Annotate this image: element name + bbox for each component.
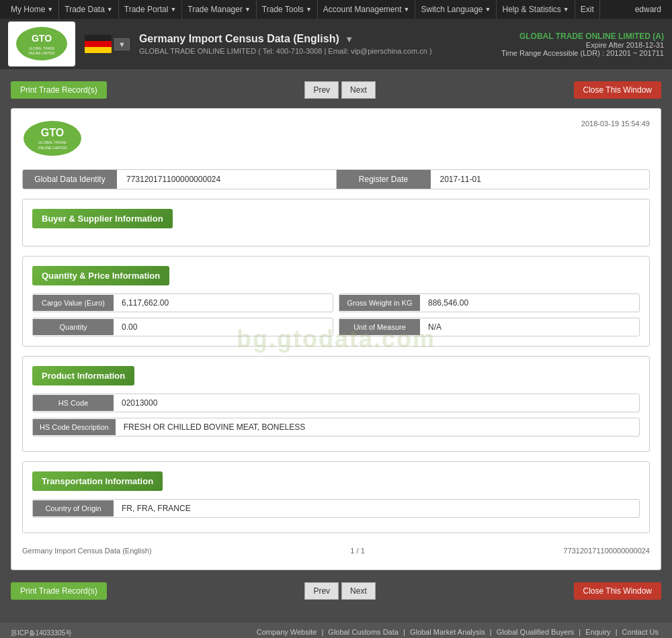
cargo-value-label: Cargo Value (Euro) — [33, 295, 114, 311]
footer-company-website[interactable]: Company Website — [257, 628, 317, 636]
next-button-top[interactable]: Next — [341, 81, 376, 99]
footer-links: Company Website | Global Customs Data | … — [254, 628, 661, 636]
nav-trade-portal[interactable]: Trade Portal ▼ — [119, 0, 183, 19]
footer-global-buyers[interactable]: Global Qualified Buyers — [497, 628, 575, 636]
svg-text:GTO: GTO — [41, 127, 64, 138]
footer-global-customs[interactable]: Global Customs Data — [328, 628, 398, 636]
cargo-value-value: 6,117,662.00 — [114, 294, 333, 312]
flag-dropdown-button[interactable]: ▼ — [114, 38, 130, 50]
cargo-value-row: Cargo Value (Euro) 6,117,662.00 — [32, 293, 333, 312]
svg-text:ONLINE LIMITED: ONLINE LIMITED — [38, 146, 67, 150]
register-date-label: Register Date — [337, 170, 431, 189]
hs-code-row: HS Code 02013000 — [32, 394, 640, 412]
hs-code-description-row: HS Code Description FRESH OR CHILLED BOV… — [32, 418, 640, 437]
bottom-action-bar: Print Trade Record(s) Prev Next Close Th… — [0, 577, 672, 605]
chevron-down-icon: ▼ — [404, 6, 410, 13]
product-header: Product Information — [32, 366, 134, 385]
nav-help-statistics[interactable]: Help & Statistics ▼ — [497, 0, 575, 19]
print-button-top[interactable]: Print Trade Record(s) — [11, 81, 107, 99]
prev-button-top[interactable]: Prev — [304, 81, 339, 99]
global-data-identity-label: Global Data Identity — [23, 170, 117, 189]
print-button-bottom[interactable]: Print Trade Record(s) — [11, 582, 107, 600]
nav-trade-data[interactable]: Trade Data ▼ — [59, 0, 119, 19]
nav-trade-manager[interactable]: Trade Manager ▼ — [182, 0, 257, 19]
transportation-section: Transportation Information Country of Or… — [22, 461, 650, 533]
record-timestamp: 2018-03-19 15:54:49 — [581, 120, 650, 128]
unit-of-measure-value: N/A — [420, 318, 639, 336]
card-footer: Germany Import Census Data (English) 1 /… — [22, 543, 650, 559]
record-header: GTO GLOBAL TRADE ONLINE LIMITED 2018-03-… — [22, 120, 650, 160]
gross-weight-label: Gross Weight in KG — [339, 295, 420, 311]
gross-weight-row: Gross Weight in KG 886,546.00 — [339, 293, 640, 312]
quantity-price-section: Quantity & Price Information Cargo Value… — [22, 256, 650, 347]
user-label: edward — [630, 5, 667, 14]
page-title: Germany Import Census Data (English) ▼ — [139, 33, 432, 45]
country-of-origin-value: FR, FRA, FRANCE — [114, 500, 639, 517]
country-of-origin-label: Country of Origin — [33, 500, 114, 516]
navigation-buttons-top: Prev Next — [304, 81, 375, 99]
nav-trade-tools[interactable]: Trade Tools ▼ — [257, 0, 318, 19]
record-logo-svg: GTO GLOBAL TRADE ONLINE LIMITED — [22, 120, 83, 160]
svg-text:GLOBAL TRADE: GLOBAL TRADE — [29, 46, 55, 50]
quantity-row: Quantity 0.00 — [32, 318, 333, 336]
site-footer: 苏ICP备14033305号 Company Website | Global … — [0, 623, 672, 638]
close-button-top[interactable]: Close This Window — [574, 81, 661, 99]
header-right: GLOBAL TRADE ONLINE LIMITED (A) Expire A… — [501, 32, 664, 57]
card-footer-center: 1 / 1 — [350, 547, 364, 555]
chevron-down-icon: ▼ — [563, 6, 569, 13]
global-data-identity-value: 773120171100000000024 — [117, 170, 336, 189]
header-subtitle: GLOBAL TRADE ONLINE LIMITED ( Tel: 400-7… — [139, 47, 432, 55]
navigation-buttons-bottom: Prev Next — [304, 582, 375, 600]
svg-text:ONLINE LIMITED: ONLINE LIMITED — [28, 51, 55, 55]
gto-logo: GTO GLOBAL TRADE ONLINE LIMITED — [15, 26, 69, 62]
nav-account-management[interactable]: Account Management ▼ — [318, 0, 416, 19]
prev-button-bottom[interactable]: Prev — [304, 582, 339, 600]
company-name: GLOBAL TRADE ONLINE LIMITED (A) — [501, 32, 664, 41]
main-content: Print Trade Record(s) Prev Next Close Th… — [0, 69, 672, 616]
top-action-bar: Print Trade Record(s) Prev Next Close Th… — [0, 76, 672, 104]
quantity-price-header: Quantity & Price Information — [32, 266, 169, 285]
record-card: bg.gtodata.com GTO GLOBAL TRADE ONLINE L… — [11, 108, 661, 570]
hs-code-description-label: HS Code Description — [33, 419, 116, 435]
footer-global-market[interactable]: Global Market Analysis — [410, 628, 485, 636]
logo-box: GTO GLOBAL TRADE ONLINE LIMITED — [8, 21, 75, 66]
unit-of-measure-label: Unit of Measure — [339, 319, 420, 335]
flag-area: ▼ — [85, 35, 130, 54]
quantity-label: Quantity — [33, 319, 114, 335]
footer-enquiry[interactable]: Enquiry — [585, 628, 610, 636]
svg-text:GLOBAL TRADE: GLOBAL TRADE — [38, 140, 67, 144]
chevron-down-icon: ▼ — [170, 6, 176, 13]
nav-switch-language[interactable]: Switch Language ▼ — [415, 0, 497, 19]
hs-code-description-value: FRESH OR CHILLED BOVINE MEAT, BONELESS — [116, 418, 639, 436]
top-navigation: My Home ▼ Trade Data ▼ Trade Portal ▼ Tr… — [0, 0, 672, 19]
time-range: Time Range Accessible (LDR) : 201201 ~ 2… — [501, 49, 664, 57]
title-dropdown-icon[interactable]: ▼ — [345, 34, 353, 44]
nav-my-home[interactable]: My Home ▼ — [5, 0, 59, 19]
header-title-area: Germany Import Census Data (English) ▼ G… — [139, 33, 432, 55]
buyer-supplier-header: Buyer & Supplier Information — [32, 209, 173, 228]
chevron-down-icon: ▼ — [306, 6, 312, 13]
chevron-down-icon: ▼ — [47, 6, 53, 13]
icp-number: 苏ICP备14033305号 — [11, 629, 72, 638]
nav-exit[interactable]: Exit — [575, 0, 600, 19]
footer-contact[interactable]: Contact Us — [622, 628, 659, 636]
card-footer-right: 773120171100000000024 — [564, 547, 650, 555]
buyer-supplier-section: Buyer & Supplier Information — [22, 199, 650, 246]
chevron-down-icon: ▼ — [485, 6, 491, 13]
identity-row: Global Data Identity 7731201711000000000… — [22, 169, 650, 189]
product-section: Product Information HS Code 02013000 HS … — [22, 356, 650, 452]
gross-weight-value: 886,546.00 — [420, 294, 639, 312]
svg-text:GTO: GTO — [32, 33, 52, 44]
next-button-bottom[interactable]: Next — [341, 582, 376, 600]
register-date-value: 2017-11-01 — [431, 170, 650, 189]
svg-point-0 — [16, 27, 67, 60]
germany-flag — [85, 35, 112, 54]
country-of-origin-row: Country of Origin FR, FRA, FRANCE — [32, 499, 640, 518]
hs-code-label: HS Code — [33, 395, 114, 411]
quantity-price-grid: Cargo Value (Euro) 6,117,662.00 Gross We… — [32, 293, 640, 336]
quantity-value: 0.00 — [114, 318, 333, 336]
unit-of-measure-row: Unit of Measure N/A — [339, 318, 640, 336]
record-logo: GTO GLOBAL TRADE ONLINE LIMITED — [22, 120, 83, 160]
close-button-bottom[interactable]: Close This Window — [574, 582, 661, 600]
svg-point-4 — [24, 121, 81, 156]
